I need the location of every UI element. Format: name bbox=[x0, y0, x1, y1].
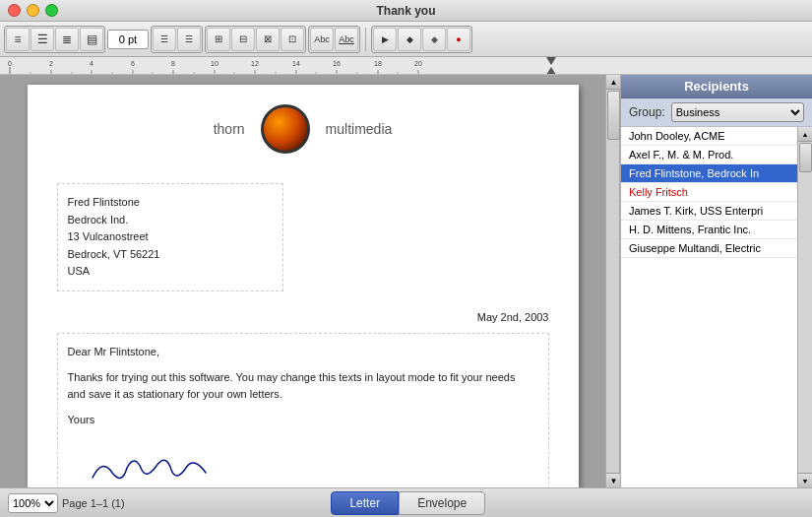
recipients-list-wrapper: John Dooley, ACMEAxel F., M. & M. Prod.F… bbox=[621, 127, 812, 487]
indent-group: ☰ ☰ bbox=[151, 26, 203, 53]
align-justify-button[interactable] bbox=[80, 28, 103, 51]
company-name-left: thorn bbox=[214, 121, 245, 137]
scroll-thumb[interactable] bbox=[607, 91, 620, 140]
recipients-group-row: Group: Business Personal All bbox=[621, 98, 812, 127]
list-item[interactable]: Fred Flintstone, Bedrock In bbox=[621, 164, 797, 183]
cols4-button[interactable]: ⊡ bbox=[281, 28, 304, 51]
list-item[interactable]: Kelly Fritsch bbox=[621, 183, 797, 202]
svg-marker-34 bbox=[546, 67, 556, 75]
scroll-down-button[interactable]: ▼ bbox=[606, 473, 621, 487]
record-button[interactable]: ● bbox=[447, 28, 470, 51]
toolbar-sep1 bbox=[365, 28, 366, 51]
svg-text:20: 20 bbox=[414, 60, 422, 67]
doc-scrollbar[interactable]: ▲ ▼ bbox=[605, 75, 620, 487]
title-bar: Thank you bbox=[0, 0, 812, 22]
letterhead: thorn multimedia bbox=[57, 104, 549, 163]
toolbar: ☰ ☰ ⊞ ⊟ ⊠ ⊡ Abc Abc ▶ ◆ ◆ ● bbox=[0, 22, 812, 57]
cols-button[interactable]: ⊞ bbox=[207, 28, 230, 51]
svg-text:18: 18 bbox=[374, 60, 382, 67]
indent-more-button[interactable]: ☰ bbox=[153, 28, 176, 51]
list-item[interactable]: Axel F., M. & M. Prod. bbox=[621, 146, 797, 164]
recip-scroll-down[interactable]: ▼ bbox=[798, 473, 812, 487]
svg-marker-33 bbox=[546, 57, 556, 65]
bottom-tab-letter[interactable]: Letter bbox=[331, 491, 399, 515]
bottom-bar: 100% 75% 50% 150% Page 1–1 (1) LetterEnv… bbox=[0, 487, 812, 517]
address-name: Fred Flintstone bbox=[68, 194, 273, 212]
point-size-input[interactable] bbox=[107, 30, 149, 49]
cols2-button[interactable]: ⊟ bbox=[231, 28, 255, 51]
title-bar-buttons[interactable] bbox=[8, 4, 58, 17]
recipients-header: Recipients bbox=[621, 75, 812, 98]
address-street: 13 Vulcanostreet bbox=[68, 228, 273, 246]
svg-text:6: 6 bbox=[131, 60, 135, 67]
address-block: Fred Flintstone Bedrock Ind. 13 Vulcanos… bbox=[57, 183, 283, 291]
scroll-track bbox=[606, 90, 619, 473]
prev-button[interactable]: ◆ bbox=[422, 28, 446, 51]
align-group bbox=[4, 26, 105, 53]
minimize-button[interactable] bbox=[27, 4, 39, 17]
list-item[interactable]: Giuseppe Multandi, Electric bbox=[621, 239, 797, 258]
address-company: Bedrock Ind. bbox=[68, 212, 273, 229]
address-country: USA bbox=[68, 263, 273, 281]
address-city: Bedrock, VT 56221 bbox=[68, 246, 273, 264]
recip-scroll-up[interactable]: ▲ bbox=[798, 127, 812, 142]
recipients-list: John Dooley, ACMEAxel F., M. & M. Prod.F… bbox=[621, 127, 797, 487]
maximize-button[interactable] bbox=[45, 4, 58, 17]
letter-page: thorn multimedia Fred Flintstone Bedrock… bbox=[28, 85, 579, 487]
svg-text:4: 4 bbox=[90, 60, 94, 67]
window-title: Thank you bbox=[376, 4, 435, 18]
abc-group: Abc Abc bbox=[308, 26, 360, 53]
ruler: 0 2 4 6 8 10 12 14 16 18 20 bbox=[0, 57, 812, 75]
page-info: Page 1–1 (1) bbox=[62, 497, 125, 509]
salutation: Dear Mr Flintstone, bbox=[68, 344, 538, 361]
align-right-button[interactable] bbox=[55, 28, 79, 51]
scroll-up-button[interactable]: ▲ bbox=[606, 75, 621, 90]
letter-body: Dear Mr Flintstone, Thanks for trying ou… bbox=[57, 333, 549, 487]
abc-button[interactable]: Abc bbox=[310, 28, 334, 51]
list-item[interactable]: H. D. Mittens, Frantic Inc. bbox=[621, 221, 797, 239]
svg-text:14: 14 bbox=[292, 60, 300, 67]
svg-text:12: 12 bbox=[251, 60, 259, 67]
recipients-scrollbar[interactable]: ▲ ▼ bbox=[797, 127, 812, 487]
align-left-button[interactable] bbox=[6, 28, 30, 51]
letter-text: Thanks for trying out this software. You… bbox=[68, 369, 538, 404]
closing: Yours bbox=[68, 412, 538, 429]
signature-svg bbox=[88, 448, 216, 487]
company-logo bbox=[261, 104, 310, 154]
main-area: thorn multimedia Fred Flintstone Bedrock… bbox=[0, 75, 812, 487]
company-name-right: multimedia bbox=[326, 121, 393, 137]
bottom-tab-envelope[interactable]: Envelope bbox=[399, 491, 485, 515]
list-item[interactable]: James T. Kirk, USS Enterpri bbox=[621, 202, 797, 221]
svg-text:16: 16 bbox=[333, 60, 341, 67]
cols-group: ⊞ ⊟ ⊠ ⊡ bbox=[205, 26, 306, 53]
recipients-group-select[interactable]: Business Personal All bbox=[671, 102, 804, 122]
close-button[interactable] bbox=[8, 4, 21, 17]
recip-scroll-track bbox=[798, 142, 812, 473]
zoom-select[interactable]: 100% 75% 50% 150% bbox=[8, 493, 58, 513]
svg-text:2: 2 bbox=[49, 60, 53, 67]
cols3-button[interactable]: ⊠ bbox=[256, 28, 280, 51]
play-button[interactable]: ▶ bbox=[373, 28, 397, 51]
recipients-panel: Recipients Group: Business Personal All … bbox=[620, 75, 812, 487]
abc2-button[interactable]: Abc bbox=[335, 28, 358, 51]
signature bbox=[68, 448, 538, 487]
svg-text:0: 0 bbox=[8, 60, 12, 67]
svg-text:8: 8 bbox=[171, 60, 175, 67]
align-center-button[interactable] bbox=[31, 28, 54, 51]
bottom-tabs: LetterEnvelope bbox=[133, 491, 684, 515]
ruler-svg: 0 2 4 6 8 10 12 14 16 18 20 bbox=[0, 57, 812, 75]
recip-scroll-thumb[interactable] bbox=[799, 143, 812, 172]
media-group: ▶ ◆ ◆ ● bbox=[371, 26, 472, 53]
status-left: 100% 75% 50% 150% Page 1–1 (1) bbox=[0, 493, 133, 513]
svg-text:10: 10 bbox=[211, 60, 219, 67]
list-item[interactable]: John Dooley, ACME bbox=[621, 127, 797, 146]
stop-button[interactable]: ◆ bbox=[398, 28, 421, 51]
recipients-group-label: Group: bbox=[629, 105, 665, 119]
date-line: May 2nd, 2003 bbox=[57, 311, 549, 323]
document-area[interactable]: thorn multimedia Fred Flintstone Bedrock… bbox=[0, 75, 605, 487]
indent-less-button[interactable]: ☰ bbox=[177, 28, 201, 51]
